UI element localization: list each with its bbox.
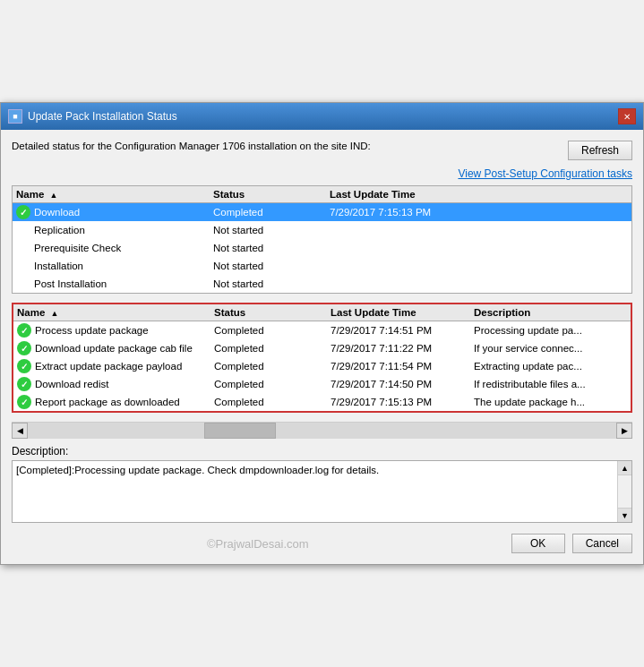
row-name: Download redist [35, 379, 108, 389]
scroll-thumb[interactable] [204, 423, 276, 439]
row-lastupdate: 7/29/2017 7:14:50 PM [331, 379, 474, 389]
row-name: Report package as downloaded [35, 397, 180, 407]
row-name: Process update package [35, 325, 149, 336]
table-row[interactable]: Post InstallationNot started [13, 275, 631, 293]
row-status: Completed [214, 325, 331, 336]
desc-scroll-up-btn[interactable]: ▲ [618, 461, 631, 475]
table-row[interactable]: ReplicationNot started [13, 221, 631, 239]
row-name-cell: Installation [16, 261, 213, 271]
table-row[interactable]: InstallationNot started [13, 257, 631, 275]
description-box: [Completed]:Processing update package. C… [12, 460, 632, 523]
upper-col-status: Status [213, 189, 330, 200]
lower-table-header: Name ▲ Status Last Update Time Descripti… [13, 304, 631, 321]
scroll-track[interactable] [28, 423, 616, 439]
row-description: Processing update pa... [474, 325, 627, 336]
row-name-cell: ✓Download redist [17, 377, 214, 391]
title-bar: ■ Update Pack Installation Status ✕ [1, 103, 643, 130]
table-row[interactable]: ✓Download update package cab fileComplet… [13, 339, 631, 357]
row-name: Prerequisite Check [34, 243, 121, 253]
footer: ©PrajwalDesai.com OK Cancel [12, 534, 632, 553]
row-status: Completed [214, 343, 331, 354]
lower-col-name: Name ▲ [17, 307, 214, 318]
table-row[interactable]: ✓DownloadCompleted7/29/2017 7:15:13 PM [13, 203, 631, 221]
table-row[interactable]: ✓Extract update package payloadCompleted… [13, 357, 631, 375]
lower-sort-arrow: ▲ [51, 309, 59, 318]
check-icon: ✓ [17, 377, 31, 391]
row-status: Not started [213, 261, 330, 271]
check-icon: ✓ [17, 323, 31, 338]
row-name-cell: ✓Extract update package payload [17, 359, 214, 373]
desc-scroll-down-btn[interactable]: ▼ [618, 508, 631, 522]
row-status: Not started [213, 243, 330, 253]
check-icon: ✓ [17, 359, 31, 373]
close-button[interactable]: ✕ [618, 108, 636, 124]
lower-col-status: Status [214, 307, 331, 318]
row-description: If redistributable files a... [474, 379, 627, 389]
row-name: Extract update package payload [35, 361, 182, 372]
row-name-cell: ✓Report package as downloaded [17, 395, 214, 409]
title-bar-left: ■ Update Pack Installation Status [8, 109, 177, 124]
check-icon: ✓ [17, 341, 31, 355]
row-lastupdate: 7/29/2017 7:11:22 PM [331, 343, 474, 354]
row-name-cell: Prerequisite Check [16, 243, 213, 253]
upper-col-lastupdate: Last Update Time [330, 189, 473, 200]
cancel-button[interactable]: Cancel [572, 534, 632, 553]
row-name: Download update package cab file [35, 343, 193, 354]
lower-table-rows: ✓Process update packageCompleted7/29/201… [13, 321, 631, 411]
description-text: [Completed]:Processing update package. C… [16, 465, 379, 475]
row-lastupdate: 7/29/2017 7:11:54 PM [331, 361, 474, 372]
table-row[interactable]: ✓Process update packageCompleted7/29/201… [13, 321, 631, 339]
row-name-cell: ✓Download [16, 205, 213, 219]
ok-button[interactable]: OK [511, 534, 565, 553]
scroll-right-btn[interactable]: ▶ [616, 423, 632, 439]
row-lastupdate: 7/29/2017 7:15:13 PM [330, 207, 473, 218]
row-name: Installation [34, 261, 83, 271]
title-bar-controls: ✕ [618, 108, 636, 124]
scroll-left-btn[interactable]: ◀ [12, 423, 28, 439]
table-row[interactable]: ✓Download redistCompleted7/29/2017 7:14:… [13, 375, 631, 393]
table-row[interactable]: Prerequisite CheckNot started [13, 239, 631, 257]
window-title: Update Pack Installation Status [28, 110, 177, 123]
lower-col-lastupdate: Last Update Time [331, 307, 474, 318]
row-name-cell: Post Installation [16, 278, 213, 289]
row-name-cell: Replication [16, 225, 213, 235]
table-row[interactable]: ✓Report package as downloadedCompleted7/… [13, 393, 631, 411]
upper-table-header: Name ▲ Status Last Update Time [13, 186, 631, 203]
watermark: ©PrajwalDesai.com [207, 537, 309, 551]
refresh-button[interactable]: Refresh [568, 141, 632, 160]
row-name: Download [34, 207, 80, 218]
window-icon: ■ [8, 109, 22, 124]
row-description: The update package h... [474, 397, 627, 407]
row-status: Completed [213, 207, 330, 218]
view-post-setup-link[interactable]: View Post-Setup Configuration tasks [458, 167, 632, 180]
horizontal-scrollbar[interactable]: ◀ ▶ [12, 422, 632, 438]
upper-table-rows: ✓DownloadCompleted7/29/2017 7:15:13 PMRe… [13, 203, 631, 293]
row-status: Completed [214, 361, 331, 372]
row-name: Replication [34, 225, 85, 235]
check-icon: ✓ [16, 205, 30, 219]
sort-arrow-up: ▲ [50, 191, 58, 200]
upper-table: Name ▲ Status Last Update Time ✓Download… [12, 185, 632, 294]
row-status: Not started [213, 225, 330, 235]
row-status: Not started [213, 278, 330, 289]
check-icon: ✓ [17, 395, 31, 409]
window-body: Detailed status for the Configuration Ma… [1, 130, 643, 564]
row-name-cell: ✓Download update package cab file [17, 341, 214, 355]
row-name-cell: ✓Process update package [17, 323, 214, 338]
upper-col-name: Name ▲ [16, 189, 213, 200]
description-scrollbar[interactable]: ▲ ▼ [617, 461, 631, 522]
row-description: If your service connec... [474, 343, 627, 354]
row-status: Completed [214, 397, 331, 407]
row-status: Completed [214, 379, 331, 389]
description-label: Description: [12, 445, 632, 457]
row-description: Extracting update pac... [474, 361, 627, 372]
row-lastupdate: 7/29/2017 7:15:13 PM [331, 397, 474, 407]
row-lastupdate: 7/29/2017 7:14:51 PM [331, 325, 474, 336]
row-name: Post Installation [34, 278, 107, 289]
lower-col-desc: Description [474, 307, 627, 318]
lower-table: Name ▲ Status Last Update Time Descripti… [12, 303, 632, 413]
main-window: ■ Update Pack Installation Status ✕ Deta… [0, 102, 644, 565]
status-line: Detailed status for the Configuration Ma… [12, 141, 371, 151]
description-section: Description: [Completed]:Processing upda… [12, 445, 632, 523]
